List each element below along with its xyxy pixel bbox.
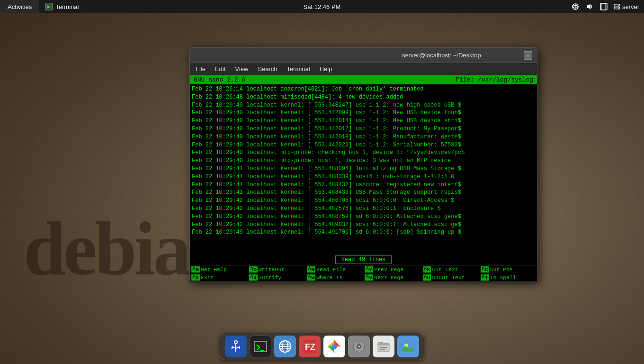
dock-item-globe[interactable] — [274, 336, 296, 357]
log-line: Feb 22 10:29:40 localhost kernel: [ 553.… — [190, 141, 537, 149]
svg-point-8 — [618, 5, 619, 6]
terminal-taskbar-label: Terminal — [55, 3, 79, 10]
nano-filename: File: /var/log/syslog — [456, 76, 533, 83]
log-line: Feb 22 10:29:40 localhost mtp-probe: che… — [190, 149, 537, 157]
shortcut-key: ^T — [481, 274, 489, 281]
log-line: Feb 22 10:29:40 localhost kernel: [ 553.… — [190, 101, 537, 109]
svg-point-26 — [358, 346, 360, 347]
shortcut-key: ^U — [423, 274, 431, 281]
nano-shortcut-item[interactable]: ^X Exit — [190, 273, 248, 282]
log-line: Feb 22 10:29:49 localhost kernel: [ 554.… — [190, 228, 537, 237]
shortcut-label: Cut Text — [432, 266, 458, 273]
shortcut-key: ^Y — [365, 266, 373, 273]
nano-editor: GNU nano 2.2.6 File: /var/log/syslog Feb… — [190, 75, 537, 282]
activities-button[interactable]: Activities — [0, 0, 39, 13]
menu-terminal[interactable]: Terminal — [285, 64, 312, 73]
activities-label: Activities — [8, 3, 32, 10]
terminal-title: server@localhost: ~/Desktop — [359, 52, 524, 59]
menu-edit[interactable]: Edit — [213, 64, 227, 73]
log-line: Feb 22 10:29:40 localhost mtp-probe: bus… — [190, 157, 537, 165]
nano-shortcut-item[interactable]: ^C Cur Pos — [479, 265, 537, 273]
nano-shortcut-item[interactable]: ^U UnCut Text — [421, 273, 479, 282]
dock-item-chrome[interactable] — [323, 336, 345, 357]
shortcut-label: Next Page — [374, 274, 403, 281]
nano-status-bar: Read 49 lines — [190, 255, 537, 265]
shortcut-key: ^C — [481, 266, 489, 273]
menu-help[interactable]: Help — [318, 64, 334, 73]
nano-shortcut-item[interactable]: ^O WriteOut — [248, 265, 305, 273]
shortcut-key: ^W — [307, 274, 315, 281]
shortcut-label: Prev Page — [374, 266, 403, 273]
server-label: server — [622, 3, 639, 10]
clock: Sat 12:46 PM — [304, 3, 341, 10]
menu-view[interactable]: View — [233, 64, 250, 73]
network-icon[interactable] — [571, 2, 580, 11]
svg-text:FZ: FZ — [305, 342, 315, 352]
menu-file[interactable]: File — [194, 64, 207, 73]
nano-shortcut-item[interactable]: ^T To Spell — [479, 273, 537, 282]
nano-shortcut-item[interactable]: ^G Get Help — [190, 265, 248, 273]
nano-shortcut-item[interactable]: ^J Justify — [248, 273, 305, 282]
topbar-right-icons: server — [571, 2, 644, 11]
shortcut-label: WriteOut — [259, 266, 285, 273]
svg-rect-3 — [600, 3, 607, 10]
nano-shortcut-item[interactable]: ^K Cut Text — [421, 265, 479, 273]
dock-item-anchor[interactable] — [225, 336, 247, 357]
menu-search[interactable]: Search — [256, 64, 279, 73]
dock: FZ — [220, 333, 424, 360]
log-line: Feb 22 10:26:48 localhost minissdpd[4484… — [190, 93, 537, 101]
nano-log-area[interactable]: Feb 22 10:26:14 localhost anacron[4021]:… — [190, 84, 537, 255]
shortcut-key: ^R — [307, 266, 315, 273]
nano-version: GNU nano 2.2.6 — [194, 76, 245, 83]
shortcut-label: UnCut Text — [432, 274, 465, 281]
log-line: Feb 22 10:29:41 localhost kernel: [ 553.… — [190, 165, 537, 173]
log-line: Feb 22 10:29:40 localhost kernel: [ 553.… — [190, 125, 537, 133]
nano-header: GNU nano 2.2.6 File: /var/log/syslog — [190, 75, 537, 84]
nano-shortcut-item[interactable]: ^V Next Page — [363, 273, 421, 282]
log-line: Feb 22 10:29:41 localhost kernel: [ 553.… — [190, 181, 537, 189]
shortcut-label: Cur Pos — [490, 266, 513, 273]
shortcut-label: Where Is — [316, 274, 342, 281]
shortcut-label: Read File — [316, 266, 346, 273]
terminal-close-button[interactable]: × — [524, 51, 532, 60]
log-line: Feb 22 10:29:42 localhost kernel: [ 554.… — [190, 205, 537, 213]
log-line: Feb 22 10:29:42 localhost kernel: [ 554.… — [190, 197, 537, 205]
shortcut-label: Get Help — [201, 266, 227, 273]
log-line: Feb 22 10:29:40 localhost kernel: [ 553.… — [190, 133, 537, 141]
terminal-taskbar-button[interactable]: ▶ Terminal — [39, 0, 84, 13]
svg-point-10 — [234, 341, 237, 344]
topbar: Activities ▶ Terminal Sat 12:46 PM — [0, 0, 644, 13]
dock-item-photos[interactable] — [397, 336, 419, 357]
dock-item-disk-utility[interactable] — [348, 336, 370, 357]
shortcut-key: ^J — [249, 274, 258, 281]
nano-shortcuts: ^G Get Help^O WriteOut^R Read File^Y Pre… — [190, 265, 537, 282]
svg-point-9 — [618, 8, 619, 9]
terminal-window: server@localhost: ~/Desktop × File Edit … — [189, 47, 537, 282]
dock-item-terminal[interactable] — [250, 336, 271, 357]
log-line: Feb 22 10:26:14 localhost anacron[4021]:… — [190, 85, 537, 93]
dock-item-filezilla[interactable]: FZ — [299, 336, 321, 357]
shortcut-label: Justify — [259, 274, 281, 281]
nano-shortcut-item[interactable]: ^R Read File — [305, 265, 363, 273]
nano-status-message: Read 49 lines — [335, 255, 392, 264]
volume-icon[interactable] — [585, 2, 594, 11]
dock-item-file-manager[interactable] — [373, 336, 394, 357]
svg-point-23 — [332, 344, 337, 349]
log-line: Feb 22 10:29:40 localhost kernel: [ 553.… — [190, 109, 537, 117]
shortcut-key: ^X — [191, 274, 200, 281]
nano-shortcut-item[interactable]: ^Y Prev Page — [363, 265, 421, 273]
user-icon[interactable] — [599, 2, 608, 11]
shortcut-label: To Spell — [490, 274, 516, 281]
log-line: Feb 22 10:29:41 localhost kernel: [ 553.… — [190, 189, 537, 197]
terminal-menubar: File Edit View Search Terminal Help — [190, 63, 537, 75]
log-line: Feb 22 10:29:42 localhost kernel: [ 554.… — [190, 221, 537, 229]
shortcut-key: ^K — [423, 266, 431, 273]
shortcut-key: ^G — [191, 266, 200, 273]
log-line: Feb 22 10:29:42 localhost kernel: [ 554.… — [190, 213, 537, 221]
nano-shortcut-item[interactable]: ^W Where Is — [305, 273, 363, 282]
svg-marker-2 — [587, 4, 590, 9]
server-menu-button[interactable]: server — [614, 3, 639, 10]
terminal-taskbar-icon: ▶ — [45, 3, 53, 10]
server-icon — [614, 3, 620, 10]
shortcut-label: Exit — [201, 274, 214, 281]
